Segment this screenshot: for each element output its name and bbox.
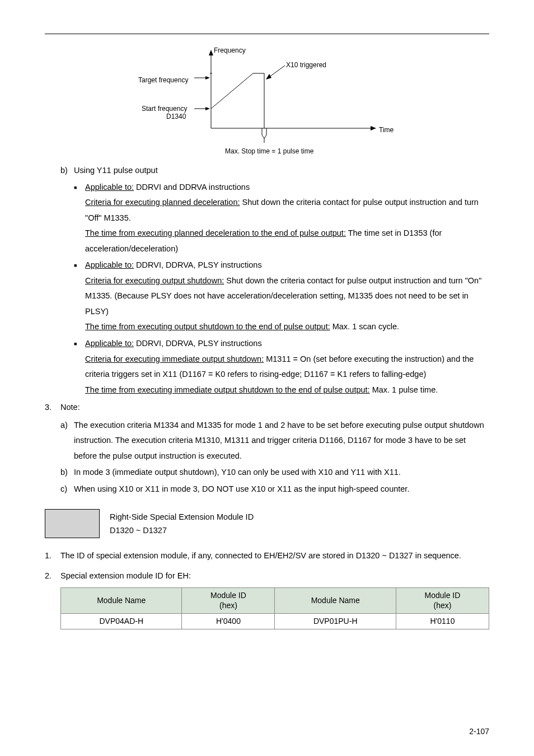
svg-line-9 — [262, 135, 264, 138]
list2-item-1-marker: 1. — [45, 548, 60, 564]
pulse-diagram: Frequency X10 triggered Target frequency… — [138, 44, 396, 156]
table-header: Module ID (hex) — [396, 587, 489, 614]
note-b-text: In mode 3 (immediate output shutdown), Y… — [74, 465, 489, 480]
page-number: 2-107 — [469, 724, 489, 739]
section-title-2: D1320 ~ D1327 — [110, 524, 254, 538]
section-title-1: Right-Side Special Extension Module ID — [110, 510, 254, 524]
section-header: Right-Side Special Extension Module ID D… — [45, 509, 489, 538]
bullet1-line2: Criteria for executing planned decelerat… — [85, 195, 489, 226]
bullet3-line2: Criteria for executing immediate output … — [85, 352, 489, 382]
bullet3-line1: Applicable to: DDRVI, DDRVA, PLSY instru… — [85, 336, 489, 352]
item-b: b) Using Y11 pulse output — [60, 163, 489, 179]
svg-marker-14 — [205, 76, 210, 80]
diagram-trigger-label: X10 triggered — [286, 59, 326, 72]
table-header: Module Name — [275, 587, 396, 614]
header-rule — [45, 34, 489, 34]
note-b-marker: b) — [60, 465, 74, 480]
diagram-start-reg: D1340 — [166, 110, 186, 123]
note-c-text: When using X10 or X11 in mode 3, DO NOT … — [74, 482, 489, 497]
svg-marker-16 — [205, 107, 210, 110]
section-gray-box — [45, 509, 100, 538]
svg-marker-1 — [209, 50, 213, 55]
note-title: Note: — [60, 400, 489, 416]
list2-item-2: 2. Special extension module ID for EH: M… — [45, 568, 489, 629]
note-marker: 3. — [45, 400, 60, 416]
diagram-y-axis-label: Frequency — [214, 44, 246, 57]
note-a-marker: a) — [60, 418, 74, 464]
note-b: b) In mode 3 (immediate output shutdown)… — [60, 465, 489, 480]
svg-line-10 — [264, 135, 266, 138]
bullet-3: ■ Applicable to: DDRVI, DDRVA, PLSY inst… — [74, 336, 489, 398]
item-b-text: Using Y11 pulse output — [74, 163, 489, 179]
table-header: Module ID (hex) — [182, 587, 275, 614]
square-bullet-icon: ■ — [74, 180, 85, 257]
module-id-table: Module Name Module ID (hex) Module Name … — [60, 587, 489, 630]
note-c: c) When using X10 or X11 in mode 3, DO N… — [60, 482, 489, 497]
note-a: a) The execution criteria M1334 and M133… — [60, 418, 489, 464]
list2-item-2-marker: 2. — [45, 568, 60, 629]
diagram-svg — [138, 44, 396, 156]
table-cell: H'0400 — [182, 614, 275, 629]
note-item: 3. Note: — [45, 400, 489, 416]
note-c-marker: c) — [60, 482, 74, 497]
diagram-target-label: Target frequency — [138, 74, 188, 87]
bullet1-line3: The time from executing planned decelera… — [85, 226, 489, 256]
diagram-x-axis-label: Time — [379, 124, 394, 137]
list2-item-2-text: Special extension module ID for EH: — [60, 568, 489, 584]
bullet2-line2: Criteria for executing output shutdown: … — [85, 273, 489, 320]
svg-marker-18 — [266, 74, 271, 80]
svg-line-4 — [211, 73, 253, 109]
list2-item-1: 1. The ID of special extension module, i… — [45, 548, 489, 564]
note-a-text: The execution criteria M1334 and M1335 f… — [74, 418, 489, 464]
square-bullet-icon: ■ — [74, 258, 85, 335]
list2-item-1-text: The ID of special extension module, if a… — [60, 548, 489, 564]
table-cell: H'0110 — [396, 614, 489, 629]
bullet-2: ■ Applicable to: DDRVI, DDRVA, PLSY inst… — [74, 258, 489, 335]
table-cell: DVP01PU-H — [275, 614, 396, 629]
table-cell: DVP04AD-H — [61, 614, 182, 629]
square-bullet-icon: ■ — [74, 336, 85, 398]
diagram-caption: Max. Stop time = 1 pulse time — [225, 145, 313, 158]
svg-line-17 — [268, 66, 285, 78]
bullet1-line1: Applicable to: DDRVI and DDRVA instructi… — [85, 180, 489, 195]
bullet2-line3: The time from executing output shutdown … — [85, 319, 489, 335]
bullet-1: ■ Applicable to: DDRVI and DDRVA instruc… — [74, 180, 489, 257]
item-b-marker: b) — [60, 163, 74, 179]
table-header: Module Name — [61, 587, 182, 614]
svg-marker-3 — [371, 126, 376, 130]
bullet3-line3: The time from executing immediate output… — [85, 382, 489, 398]
bullet2-line1: Applicable to: DDRVI, DDRVA, PLSY instru… — [85, 258, 489, 273]
